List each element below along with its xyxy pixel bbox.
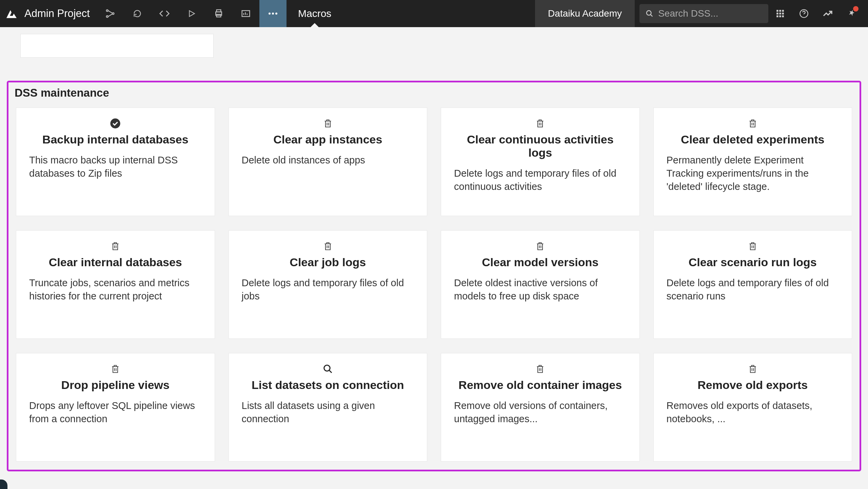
flow-icon[interactable] xyxy=(97,0,124,27)
svg-point-21 xyxy=(111,118,120,128)
macro-card-title: Clear model versions xyxy=(482,256,598,269)
search-icon xyxy=(323,363,333,375)
macro-card-desc: Drops any leftover SQL pipeline views fr… xyxy=(29,399,202,426)
topbar: Admin Project Macros Dataiku Academy xyxy=(0,0,868,27)
code-icon[interactable] xyxy=(151,0,178,27)
check-circle-icon xyxy=(110,117,121,130)
macro-card-title: Clear internal databases xyxy=(49,256,182,269)
activity-icon[interactable] xyxy=(816,0,840,27)
app-logo[interactable] xyxy=(5,7,18,20)
more-icon[interactable] xyxy=(259,0,287,27)
macro-card-desc: Delete old instances of apps xyxy=(242,154,414,167)
svg-rect-13 xyxy=(782,10,784,12)
help-icon[interactable] xyxy=(792,0,816,27)
macro-card[interactable]: Clear job logsDelete logs and temporary … xyxy=(229,230,428,339)
svg-point-10 xyxy=(647,11,651,15)
svg-rect-11 xyxy=(776,10,778,12)
svg-point-1 xyxy=(106,16,108,17)
academy-button[interactable]: Dataiku Academy xyxy=(535,0,635,27)
macro-card[interactable]: Clear continuous activities logsDelete l… xyxy=(441,107,640,216)
macro-card-title: Clear app instances xyxy=(273,133,382,146)
macro-card[interactable]: Clear scenario run logsDelete logs and t… xyxy=(653,230,852,339)
svg-point-2 xyxy=(112,13,114,15)
svg-rect-4 xyxy=(217,10,221,12)
macro-card-title: Clear deleted experiments xyxy=(681,133,824,146)
trash-icon xyxy=(748,117,757,130)
macro-card-desc: Delete logs and temporary files of old s… xyxy=(667,276,839,303)
macro-card[interactable]: Drop pipeline viewsDrops any leftover SQ… xyxy=(16,353,215,462)
macro-card-desc: Permanently delete Experiment Tracking e… xyxy=(667,154,839,193)
macro-card-desc: Delete oldest inactive versions of model… xyxy=(454,276,627,303)
macro-card[interactable]: Clear model versionsDelete oldest inacti… xyxy=(441,230,640,339)
macro-card[interactable]: Clear deleted experimentsPermanently del… xyxy=(653,107,852,216)
svg-rect-15 xyxy=(779,13,781,14)
macro-card-title: Clear job logs xyxy=(290,256,366,269)
macro-grid: Backup internal databasesThis macro back… xyxy=(15,105,853,464)
section-title: DSS maintenance xyxy=(15,86,853,99)
macro-card-desc: This macro backs up internal DSS databas… xyxy=(29,154,202,180)
trash-icon xyxy=(535,363,545,375)
empty-card[interactable] xyxy=(20,34,214,58)
content: DSS maintenance Backup internal database… xyxy=(0,27,868,478)
trash-icon xyxy=(111,363,120,375)
macro-card-desc: Removes old exports of datasets, noteboo… xyxy=(667,399,839,426)
macro-card-title: Backup internal databases xyxy=(42,133,189,146)
macro-card-title: Clear scenario run logs xyxy=(689,256,817,269)
trash-icon xyxy=(323,240,333,252)
macro-card-desc: Lists all datasets using a given connect… xyxy=(242,399,414,426)
macro-card-desc: Delete logs and temporary files of old c… xyxy=(454,167,627,193)
corner-decoration xyxy=(0,480,7,489)
svg-rect-17 xyxy=(776,15,778,17)
dashboard-icon[interactable] xyxy=(232,0,259,27)
macro-card-title: Clear continuous activities logs xyxy=(454,133,627,159)
project-name[interactable]: Admin Project xyxy=(24,7,90,20)
search-icon xyxy=(646,9,653,18)
search-wrap[interactable] xyxy=(639,4,768,23)
macro-card-title: Remove old container images xyxy=(458,378,622,392)
print-icon[interactable] xyxy=(205,0,232,27)
trash-icon xyxy=(111,240,120,252)
svg-rect-18 xyxy=(779,15,781,17)
macro-card[interactable]: Backup internal databasesThis macro back… xyxy=(16,107,215,216)
macro-card[interactable]: Clear internal databasesTruncate jobs, s… xyxy=(16,230,215,339)
dss-maintenance-section: DSS maintenance Backup internal database… xyxy=(7,81,861,471)
trash-icon xyxy=(748,240,757,252)
trash-icon xyxy=(323,117,333,130)
refresh-icon[interactable] xyxy=(124,0,151,27)
svg-point-7 xyxy=(269,13,271,15)
tab-macros[interactable]: Macros xyxy=(287,0,343,27)
svg-point-0 xyxy=(106,10,108,12)
notification-dot xyxy=(853,6,859,12)
macro-card-desc: Truncate jobs, scenarios and metrics his… xyxy=(29,276,202,303)
svg-rect-16 xyxy=(782,13,784,14)
trash-icon xyxy=(748,363,757,375)
svg-point-22 xyxy=(324,365,330,371)
macro-card-title: Remove old exports xyxy=(697,378,808,392)
macro-card[interactable]: List datasets on connectionLists all dat… xyxy=(229,353,428,462)
svg-point-9 xyxy=(275,13,277,15)
macro-card-desc: Remove old versions of containers, untag… xyxy=(454,399,627,426)
macro-card-title: Drop pipeline views xyxy=(61,378,170,392)
apps-icon[interactable] xyxy=(768,0,792,27)
macro-card[interactable]: Remove old container imagesRemove old ve… xyxy=(441,353,640,462)
svg-point-8 xyxy=(272,13,274,15)
macro-card-title: List datasets on connection xyxy=(252,378,404,392)
macro-card[interactable]: Remove old exportsRemoves old exports of… xyxy=(653,353,852,462)
svg-rect-14 xyxy=(776,13,778,14)
macro-card[interactable]: Clear app instancesDelete old instances … xyxy=(229,107,428,216)
search-input[interactable] xyxy=(658,8,762,19)
play-icon[interactable] xyxy=(178,0,205,27)
macro-card-desc: Delete logs and temporary files of old j… xyxy=(242,276,414,303)
svg-rect-19 xyxy=(782,15,784,17)
svg-rect-12 xyxy=(779,10,781,12)
notifications-icon[interactable] xyxy=(840,0,863,27)
trash-icon xyxy=(535,117,545,130)
trash-icon xyxy=(535,240,545,252)
